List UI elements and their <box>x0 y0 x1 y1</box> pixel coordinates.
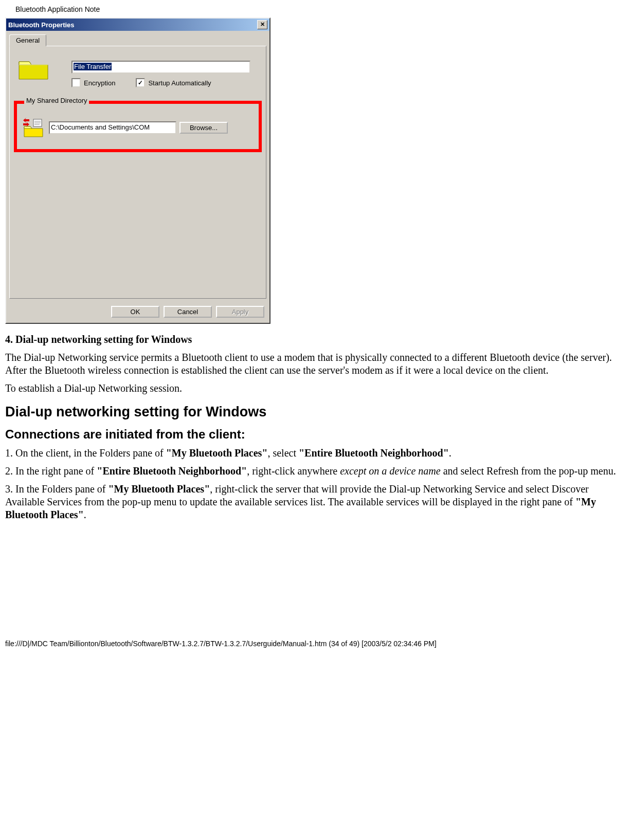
step-3: 3. In the Folders pane of "My Bluetooth … <box>5 483 626 521</box>
text: 1. On the client, in the Folders pane of <box>5 447 166 459</box>
text: , select <box>267 447 299 459</box>
text: 3. In the Folders pane of <box>5 483 109 495</box>
bluetooth-properties-dialog: Bluetooth Properties ✕ General File Tran… <box>5 17 271 324</box>
paragraph: To establish a Dial-up Networking sessio… <box>5 382 626 395</box>
close-icon[interactable]: ✕ <box>257 20 267 29</box>
svg-marker-4 <box>24 126 32 129</box>
step-2: 2. In the right pane of "Entire Bluetoot… <box>5 465 626 478</box>
browse-button[interactable]: Browse... <box>179 122 228 134</box>
step-1: 1. On the client, in the Folders pane of… <box>5 447 626 460</box>
paragraph: The Dial-up Networking service permits a… <box>5 351 626 377</box>
ok-button[interactable]: OK <box>111 306 159 318</box>
startup-label: Startup Automatically <box>148 79 211 87</box>
tab-general[interactable]: General <box>9 34 46 46</box>
checkbox-icon <box>71 78 81 87</box>
apply-button[interactable]: Apply <box>216 306 264 318</box>
encryption-label: Encryption <box>84 79 115 87</box>
text: . <box>84 509 86 520</box>
service-name-input[interactable]: File Transfer <box>71 61 250 74</box>
footer-file-path: file:///D|/MDC Team/Billionton/Bluetooth… <box>5 640 626 648</box>
heading-h3: Connections are initiated from the clien… <box>5 427 626 442</box>
shared-folder-icon <box>22 117 46 138</box>
bold: "Entire Bluetooth Neighborhood" <box>97 465 247 477</box>
bold: "My Bluetooth Places" <box>166 447 268 459</box>
tab-strip: General <box>6 31 269 46</box>
section-heading: 4. Dial-up networking setting for Window… <box>5 334 192 345</box>
italic: except on a device name <box>340 465 440 477</box>
document-body: 4. Dial-up networking setting for Window… <box>5 333 626 521</box>
encryption-checkbox[interactable]: Encryption <box>71 78 115 87</box>
text: 2. In the right pane of <box>5 465 97 477</box>
service-name-value: File Transfer <box>74 63 112 70</box>
shared-directory-fieldset: My Shared Directory C:\Documents and Set… <box>14 101 262 152</box>
checkbox-icon: ✓ <box>136 78 145 87</box>
text: and select Refresh from the pop-up menu. <box>441 465 616 477</box>
text: , right-click anywhere <box>247 465 340 477</box>
tab-panel-general: File Transfer Encryption ✓ Startup Autom… <box>9 46 266 299</box>
bold: "My Bluetooth Places" <box>109 483 210 495</box>
fieldset-legend: My Shared Directory <box>24 97 89 104</box>
page-header: Bluetooth Application Note <box>15 5 626 13</box>
heading-h2: Dial-up networking setting for Windows <box>5 404 626 420</box>
svg-marker-1 <box>19 62 31 65</box>
titlebar: Bluetooth Properties ✕ <box>6 19 269 31</box>
shared-path-input[interactable]: C:\Documents and Settings\COM <box>49 121 176 134</box>
folder-icon <box>18 57 50 80</box>
text: . <box>449 447 452 459</box>
cancel-button[interactable]: Cancel <box>164 306 212 318</box>
dialog-button-row: OK Cancel Apply <box>6 302 269 323</box>
checkbox-row: Encryption ✓ Startup Automatically <box>71 78 211 87</box>
bold: "Entire Bluetooth Neighborhood" <box>299 447 449 459</box>
dialog-title: Bluetooth Properties <box>8 21 75 29</box>
startup-checkbox[interactable]: ✓ Startup Automatically <box>136 78 211 87</box>
